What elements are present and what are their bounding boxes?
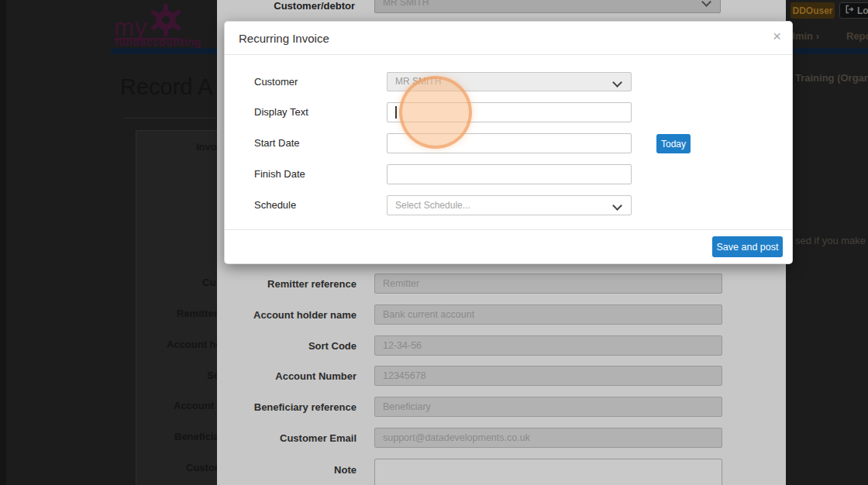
customer-debtor-value: MR SMITH: [383, 0, 429, 8]
customer-debtor-label: Customer/debtor: [217, 0, 355, 12]
note-field[interactable]: [374, 459, 722, 485]
logout-label: Lo: [857, 5, 868, 16]
account-holder-name-label: Account holder name: [217, 309, 356, 321]
today-button[interactable]: Today: [656, 134, 691, 153]
remitter-reference-label: Remitter reference: [217, 278, 356, 290]
logout-button-dimmed: Lo: [839, 2, 868, 19]
sort-code-label: Sort Code: [217, 340, 356, 352]
text-cursor: [395, 106, 397, 119]
nav-admin-dimmed: dmin ›: [789, 30, 819, 42]
training-org-text: Training (Organisat: [795, 72, 868, 84]
background-note-text: sed if you make: [795, 235, 866, 246]
nav-reports-dimmed: Repo: [846, 30, 868, 42]
account-number-label: Account Number: [217, 370, 356, 382]
chevron-down-icon: [701, 0, 711, 7]
chevron-down-icon: [612, 77, 622, 88]
modal-footer-divider: [225, 229, 792, 230]
invoice-label-dimmed: Invoi: [196, 141, 219, 153]
customer-label: Customer: [254, 76, 370, 88]
schedule-select[interactable]: Select Schedule...: [387, 195, 632, 215]
bg-form-label: Cu: [202, 277, 215, 288]
schedule-placeholder: Select Schedule...: [395, 200, 470, 211]
schedule-label: Schedule: [254, 199, 370, 211]
finish-date-input[interactable]: [387, 164, 632, 184]
logo-brand-text: fundaccounting: [115, 36, 202, 48]
save-and-post-button[interactable]: Save and post: [712, 236, 783, 257]
left-edge: [0, 0, 6, 485]
note-label: Note: [217, 464, 356, 476]
customer-email-label: Customer Email: [217, 432, 356, 444]
modal-title: Recurring Invoice: [239, 32, 329, 45]
customer-debtor-select[interactable]: MR SMITH: [374, 0, 721, 13]
customer-email-field[interactable]: support@datadevelopments.co.uk: [374, 428, 722, 448]
close-icon[interactable]: ×: [773, 29, 781, 43]
beneficiary-reference-label: Beneficiary reference: [217, 401, 356, 413]
start-date-label: Start Date: [254, 137, 370, 149]
screen: my fundaccounting DDOuser: [0, 0, 868, 485]
finish-date-label: Finish Date: [254, 168, 370, 180]
chevron-down-icon: [612, 201, 622, 211]
sort-code-field[interactable]: 12-34-56: [374, 335, 722, 356]
beneficiary-reference-field[interactable]: Beneficiary: [374, 397, 722, 417]
panel-border: [124, 118, 217, 119]
logout-icon: [845, 5, 854, 16]
remitter-reference-field[interactable]: Remitter: [374, 273, 722, 294]
account-number-field[interactable]: 12345678: [374, 366, 722, 386]
click-highlight-circle: [399, 76, 472, 149]
recurring-invoice-modal: Recurring Invoice × Customer MR SMITH Di…: [224, 21, 793, 264]
modal-header: Recurring Invoice ×: [225, 22, 792, 55]
bg-form-label: Account: [174, 400, 214, 411]
account-holder-name-field[interactable]: Bank current account: [374, 304, 722, 325]
display-text-label: Display Text: [254, 106, 370, 118]
user-button-dimmed: DDOuser: [790, 2, 835, 19]
